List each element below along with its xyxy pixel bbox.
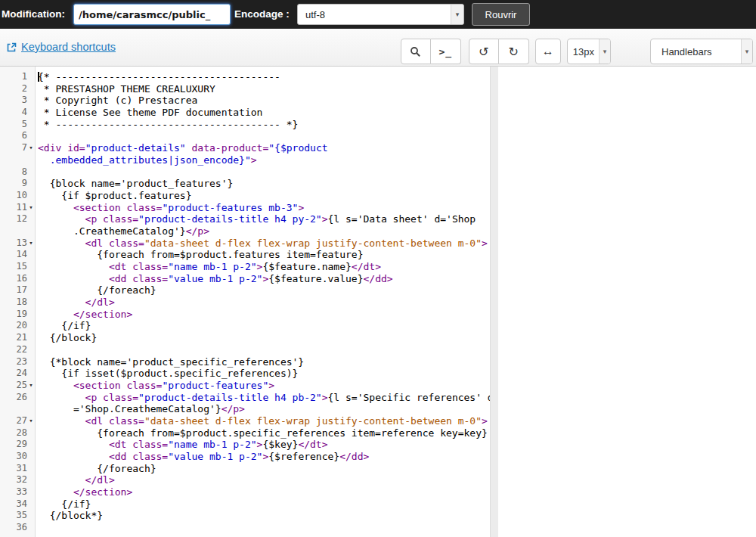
fold-gutter-spacer xyxy=(27,119,35,131)
code-line[interactable]: 5 * ------------------------------------… xyxy=(0,119,490,131)
line-gutter: 12 xyxy=(0,213,35,225)
code-text xyxy=(35,344,38,356)
fold-arrow-icon[interactable]: ▾ xyxy=(27,237,35,250)
font-size-select[interactable]: 13px ▾ xyxy=(567,39,611,64)
fold-gutter-spacer xyxy=(27,392,35,404)
code-text: {/foreach} xyxy=(35,463,156,475)
code-line[interactable]: 30 <dd class="value mb-1 p-2">{$referenc… xyxy=(0,451,490,463)
code-line[interactable]: 13▾ <dl class="data-sheet d-flex flex-wr… xyxy=(0,237,490,250)
code-line[interactable]: 15 <dt class="name mb-1 p-2">{$feature.n… xyxy=(0,261,490,273)
code-line[interactable]: 26 <p class="product-details-title h4 pb… xyxy=(0,392,490,404)
code-line[interactable]: .embedded_attributes|json_encode}"> xyxy=(0,154,490,166)
code-text: <section class="product-features mb-3"> xyxy=(35,202,304,214)
code-text: <dl class="data-sheet d-flex flex-wrap j… xyxy=(35,415,488,427)
code-text: </dl> xyxy=(35,296,115,309)
search-button[interactable] xyxy=(401,39,431,64)
fold-arrow-icon[interactable]: ▾ xyxy=(27,380,35,392)
line-number: 21 xyxy=(0,332,27,344)
code-line[interactable]: 9 {block name='product_features'} xyxy=(0,178,490,190)
undo-button[interactable]: ↺ xyxy=(469,39,499,64)
line-number xyxy=(0,403,27,415)
code-line[interactable]: 21 {/block} xyxy=(0,332,490,344)
code-line[interactable]: 27▾ <dl class="data-sheet d-flex flex-wr… xyxy=(0,415,490,427)
code-text: * PRESTASHOP THEME CREALUXURY xyxy=(35,83,215,95)
fold-gutter-spacer xyxy=(27,95,35,107)
console-button[interactable]: >_ xyxy=(431,39,461,64)
line-number: 18 xyxy=(0,296,27,309)
code-line[interactable]: 10 {if $product.features} xyxy=(0,190,490,202)
code-line[interactable]: 17 {/foreach} xyxy=(0,284,490,296)
code-line[interactable]: 34 {/if} xyxy=(0,498,490,511)
code-line[interactable]: 23 {*block name='product_specific_refere… xyxy=(0,356,490,368)
external-link-icon xyxy=(6,42,17,53)
code-text: </section> xyxy=(35,486,132,498)
code-line[interactable]: 14 {foreach from=$product.features item=… xyxy=(0,249,490,261)
code-text: {foreach from=$product.features item=fea… xyxy=(35,249,363,261)
code-line[interactable]: .CreathemeCatalog'}</p> xyxy=(0,225,490,237)
code-editor[interactable]: 1{* ------------------------------------… xyxy=(0,67,498,537)
code-line[interactable]: 2 * PRESTASHOP THEME CREALUXURY xyxy=(0,83,490,95)
code-text: <dt class="name mb-1 p-2">{$key}</dt> xyxy=(35,439,328,451)
line-gutter: 2 xyxy=(0,83,35,95)
code-line[interactable]: 33 </section> xyxy=(0,486,490,498)
code-line[interactable]: 25▾ <section class="product-features"> xyxy=(0,380,490,392)
encoding-select[interactable]: utf-8 ▾ xyxy=(297,4,464,25)
code-line[interactable]: 35 {/block*} xyxy=(0,510,490,522)
line-number: 29 xyxy=(0,439,27,451)
line-gutter: 14 xyxy=(0,249,35,261)
code-line[interactable]: 11▾ <section class="product-features mb-… xyxy=(0,202,490,214)
line-number: 12 xyxy=(0,213,27,225)
fold-arrow-icon[interactable]: ▾ xyxy=(27,142,35,154)
fold-arrow-icon[interactable]: ▾ xyxy=(27,415,35,427)
line-gutter: 11▾ xyxy=(0,202,35,214)
code-line[interactable]: 19 </section> xyxy=(0,309,490,321)
chevron-down-icon: ▾ xyxy=(741,39,752,64)
code-line[interactable]: 16 <dd class="value mb-1 p-2">{$feature.… xyxy=(0,273,490,285)
code-line[interactable]: 1{* ------------------------------------… xyxy=(0,71,490,83)
path-input[interactable] xyxy=(73,4,231,25)
editor-app: Modification: Encodage : utf-8 ▾ Rouvrir… xyxy=(0,0,756,537)
fold-gutter-spacer xyxy=(27,368,35,380)
code-line[interactable]: 28 {foreach from=$product.specific_refer… xyxy=(0,427,490,439)
fold-gutter-spacer xyxy=(27,178,35,190)
code-text: <p class="product-details-title h4 py-2"… xyxy=(35,213,476,225)
editor-scrollbar[interactable] xyxy=(490,67,498,537)
fold-gutter-spacer xyxy=(27,284,35,296)
code-line[interactable]: 24 {if isset($product.specific_reference… xyxy=(0,368,490,380)
code-line[interactable]: 31 {/foreach} xyxy=(0,463,490,475)
code-text: .embedded_attributes|json_encode}"> xyxy=(35,154,257,166)
redo-button[interactable]: ↻ xyxy=(499,39,529,64)
line-number: 28 xyxy=(0,427,27,439)
reopen-button[interactable]: Rouvrir xyxy=(472,3,530,26)
line-number: 32 xyxy=(0,474,27,486)
code-line[interactable]: 12 <p class="product-details-title h4 py… xyxy=(0,213,490,225)
line-gutter: 34 xyxy=(0,498,35,511)
word-wrap-button[interactable]: ↔ xyxy=(535,39,561,64)
code-line[interactable]: 6 xyxy=(0,130,490,142)
font-size-value: 13px xyxy=(568,46,599,57)
line-gutter xyxy=(0,225,35,237)
code-line[interactable]: 36 xyxy=(0,522,490,534)
line-number: 14 xyxy=(0,249,27,261)
fold-gutter-spacer xyxy=(27,403,35,415)
code-line[interactable]: 22 xyxy=(0,344,490,356)
code-line[interactable]: 32 </dl> xyxy=(0,474,490,486)
syntax-mode-select[interactable]: Handlebars ▾ xyxy=(650,39,753,64)
line-number: 22 xyxy=(0,344,27,356)
line-gutter: 16 xyxy=(0,273,35,285)
keyboard-shortcuts-link[interactable]: Keyboard shortcuts xyxy=(6,41,116,53)
code-line[interactable]: 18 </dl> xyxy=(0,296,490,309)
code-line[interactable]: 29 <dt class="name mb-1 p-2">{$key}</dt> xyxy=(0,439,490,451)
code-line[interactable]: 7▾<div id="product-details" data-product… xyxy=(0,142,490,154)
fold-arrow-icon[interactable]: ▾ xyxy=(27,202,35,214)
code-text: <section class="product-features"> xyxy=(35,380,274,392)
keyboard-shortcuts-label: Keyboard shortcuts xyxy=(21,41,116,53)
code-line[interactable]: 20 {/if} xyxy=(0,320,490,332)
line-gutter: 28 xyxy=(0,427,35,439)
code-line[interactable]: ='Shop.CreathemeCatalog'}</p> xyxy=(0,403,490,415)
code-line[interactable]: 3 * Copyright (c) Prestacrea xyxy=(0,95,490,107)
redo-icon: ↻ xyxy=(509,45,519,59)
code-line[interactable]: 4 * License See theme PDF documentation xyxy=(0,107,490,119)
code-line[interactable]: 8 xyxy=(0,166,490,178)
fold-gutter-spacer xyxy=(27,296,35,309)
